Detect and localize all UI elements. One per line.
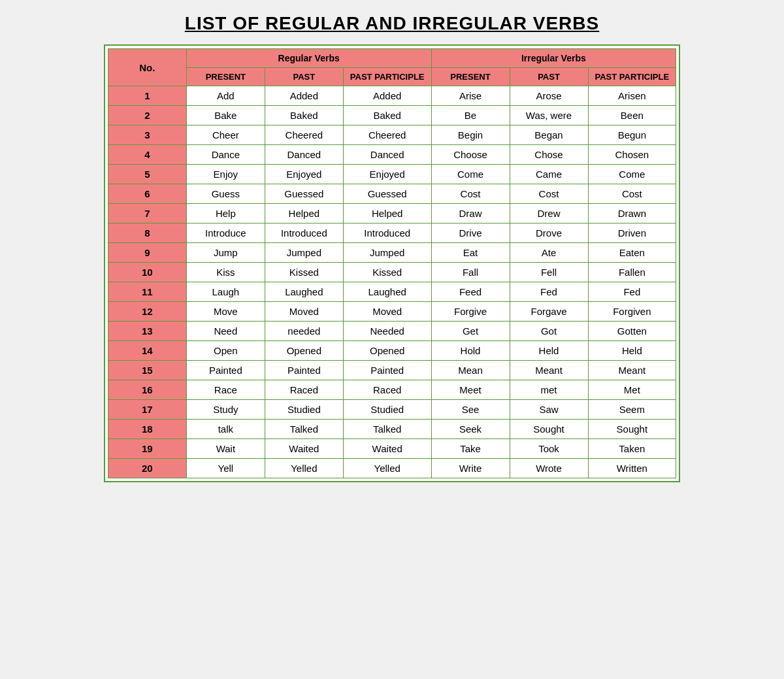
row-number: 5 [108,165,186,184]
irr-past-part: Meant [588,361,676,380]
reg-present: Move [186,302,265,322]
irr-past: Forgave [510,302,588,322]
row-number: 16 [108,380,186,400]
row-number: 18 [108,420,186,439]
reg-past-part: Needed [343,322,431,341]
reg-past: Guessed [265,184,343,204]
reg-past-part: Yelled [343,459,431,478]
irr-past-part: Taken [588,439,676,459]
irr-past-part: Written [588,459,676,478]
reg-present: Add [186,86,265,106]
reg-past: Studied [265,400,343,420]
reg-past: Kissed [265,263,343,282]
irr-past-part: Seem [588,400,676,420]
reg-past: Helped [265,204,343,224]
irr-past-part: Drawn [588,204,676,224]
irr-past-part: Eaten [588,243,676,263]
reg-past: Laughed [265,282,343,302]
irr-past: Chose [510,145,588,165]
irr-past-part: Met [588,380,676,400]
table-row: 15PaintedPaintedPaintedMeanMeantMeant [108,361,676,380]
irr-past: Drove [510,224,588,243]
irr-past-part: Cost [588,184,676,204]
row-number: 15 [108,361,186,380]
irr-present: Begin [431,125,510,145]
reg-past-part-header: PAST PARTICIPLE [343,68,431,86]
irr-past-part: Driven [588,224,676,243]
irr-past: Took [510,439,588,459]
table-row: 2BakeBakedBakedBeWas, wereBeen [108,106,676,125]
irr-past: Fell [510,263,588,282]
reg-present: Wait [186,439,265,459]
reg-past-part: Jumped [343,243,431,263]
irr-past: Cost [510,184,588,204]
table-row: 1AddAddedAddedAriseAroseArisen [108,86,676,106]
reg-past-part: Baked [343,106,431,125]
irr-present: Eat [431,243,510,263]
table-row: 13NeedneededNeededGetGotGotten [108,322,676,341]
row-number: 19 [108,439,186,459]
irr-present: Write [431,459,510,478]
reg-past: Waited [265,439,343,459]
reg-past: needed [265,322,343,341]
reg-present: Painted [186,361,265,380]
table-row: 6GuessGuessedGuessedCostCostCost [108,184,676,204]
row-number: 9 [108,243,186,263]
reg-past-header: PAST [265,68,343,86]
row-number: 12 [108,302,186,322]
irr-present: Come [431,165,510,184]
page-title: LIST OF REGULAR AND IRREGULAR VERBS [185,13,599,34]
irr-past-header: PAST [510,68,588,86]
table-row: 8IntroduceIntroducedIntroducedDriveDrove… [108,224,676,243]
irr-past: Got [510,322,588,341]
reg-present: Guess [186,184,265,204]
table-row: 11LaughLaughedLaughedFeedFedFed [108,282,676,302]
irr-past: Came [510,165,588,184]
irr-past-part: Sought [588,420,676,439]
reg-past-part: Opened [343,341,431,361]
reg-past-part: Enjoyed [343,165,431,184]
regular-verbs-header: Regular Verbs [186,49,431,68]
reg-past: Moved [265,302,343,322]
reg-present: Jump [186,243,265,263]
row-number: 3 [108,125,186,145]
row-number: 6 [108,184,186,204]
row-number: 14 [108,341,186,361]
row-number: 4 [108,145,186,165]
irr-past: Arose [510,86,588,106]
reg-past: Added [265,86,343,106]
no-header: No. [108,49,186,86]
row-number: 20 [108,459,186,478]
reg-past: Painted [265,361,343,380]
irr-present: Arise [431,86,510,106]
irr-past-part: Chosen [588,145,676,165]
table-row: 9JumpJumpedJumpedEatAteEaten [108,243,676,263]
table-row: 12MoveMovedMovedForgiveForgaveForgiven [108,302,676,322]
irr-past-part: Been [588,106,676,125]
reg-present: Dance [186,145,265,165]
reg-past-part: Raced [343,380,431,400]
table-row: 19WaitWaitedWaitedTakeTookTaken [108,439,676,459]
reg-past: Introduced [265,224,343,243]
irr-present: See [431,400,510,420]
irr-past-part: Fallen [588,263,676,282]
table-wrapper: No. Regular Verbs Irregular Verbs PRESEN… [104,44,680,482]
reg-past-part: Cheered [343,125,431,145]
irr-present: Fall [431,263,510,282]
reg-past-part: Introduced [343,224,431,243]
irr-past-part-header: PAST PARTICIPLE [588,68,676,86]
row-number: 11 [108,282,186,302]
reg-past: Danced [265,145,343,165]
reg-past-part: Waited [343,439,431,459]
irregular-verbs-header: Irregular Verbs [431,49,676,68]
irr-present-header: PRESENT [431,68,510,86]
reg-past-part: Guessed [343,184,431,204]
reg-present: Laugh [186,282,265,302]
table-row: 3CheerCheeredCheeredBeginBeganBegun [108,125,676,145]
reg-past-part: Added [343,86,431,106]
reg-present: Race [186,380,265,400]
irr-present: Be [431,106,510,125]
irr-present: Meet [431,380,510,400]
irr-past: Wrote [510,459,588,478]
row-number: 2 [108,106,186,125]
